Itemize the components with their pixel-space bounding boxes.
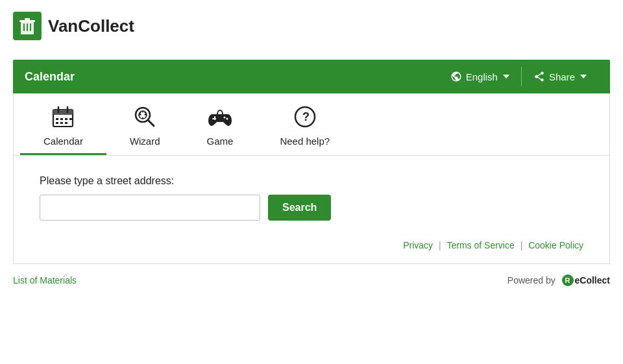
calendar-icon	[51, 105, 75, 132]
logo-wrapper: VanCollect	[13, 12, 134, 40]
recollect-logo: ReCollect	[558, 274, 610, 286]
language-button[interactable]: English	[439, 60, 521, 93]
divider-2: |	[520, 240, 526, 250]
site-title: VanCollect	[48, 16, 134, 36]
recollect-badge-icon: R	[562, 274, 574, 286]
address-row: Search	[40, 195, 583, 221]
language-icon	[450, 71, 462, 82]
svg-point-22	[223, 117, 225, 119]
tab-help[interactable]: ? Need help?	[256, 93, 353, 155]
divider-1: |	[439, 240, 444, 250]
svg-rect-14	[56, 122, 58, 124]
svg-rect-4	[27, 23, 28, 31]
svg-rect-15	[60, 122, 63, 124]
svg-line-19	[148, 120, 154, 126]
tab-calendar-label: Calendar	[43, 136, 83, 147]
share-button[interactable]: Share	[522, 60, 598, 93]
powered-by: Powered by ReCollect	[507, 274, 610, 286]
tab-game-label: Game	[207, 136, 234, 147]
svg-rect-11	[60, 118, 63, 120]
tab-wizard[interactable]: Wizard	[106, 93, 184, 155]
svg-rect-10	[56, 118, 58, 120]
address-input[interactable]	[40, 195, 260, 221]
share-label: Share	[549, 71, 575, 82]
share-icon	[533, 71, 545, 82]
privacy-link[interactable]: Privacy	[403, 240, 433, 250]
tabs-row: Calendar Wizard	[14, 93, 609, 156]
wizard-icon	[133, 105, 156, 132]
content-area: Please type a street address: Search	[14, 156, 609, 240]
svg-point-23	[226, 118, 228, 120]
svg-rect-21	[212, 118, 216, 119]
tab-wizard-label: Wizard	[130, 136, 160, 147]
language-label: English	[466, 71, 498, 82]
svg-text:?: ?	[302, 110, 310, 123]
tab-game[interactable]: Game	[184, 93, 257, 155]
search-button[interactable]: Search	[268, 195, 331, 221]
powered-text: Powered by	[507, 275, 556, 285]
svg-rect-1	[19, 20, 35, 22]
recollect-brand: eCollect	[575, 275, 610, 285]
svg-rect-16	[65, 122, 67, 124]
list-of-materials-link[interactable]: List of Materials	[13, 275, 77, 285]
main-card: Calendar Wizard	[13, 93, 610, 264]
cookie-link[interactable]: Cookie Policy	[528, 240, 583, 250]
tab-calendar[interactable]: Calendar	[20, 93, 106, 155]
card-footer-links: Privacy | Terms of Service | Cookie Poli…	[14, 240, 609, 263]
svg-rect-12	[65, 118, 67, 120]
svg-rect-7	[53, 110, 73, 115]
game-icon	[207, 105, 233, 132]
page-footer: List of Materials Powered by ReCollect	[13, 264, 610, 293]
nav-bar-title: Calendar	[25, 70, 75, 84]
svg-rect-5	[30, 23, 31, 31]
nav-bar-actions: English Share	[439, 60, 598, 93]
nav-bar: Calendar English Share	[13, 60, 610, 93]
language-chevron-icon	[503, 75, 509, 79]
help-icon: ?	[293, 105, 317, 132]
address-label: Please type a street address:	[40, 175, 583, 187]
logo-icon	[13, 12, 42, 40]
site-header: VanCollect	[13, 0, 610, 47]
terms-link[interactable]: Terms of Service	[447, 240, 515, 250]
svg-rect-2	[25, 18, 30, 20]
svg-rect-3	[23, 23, 25, 31]
tab-help-label: Need help?	[280, 136, 330, 147]
share-chevron-icon	[580, 75, 587, 79]
svg-rect-13	[69, 118, 72, 120]
